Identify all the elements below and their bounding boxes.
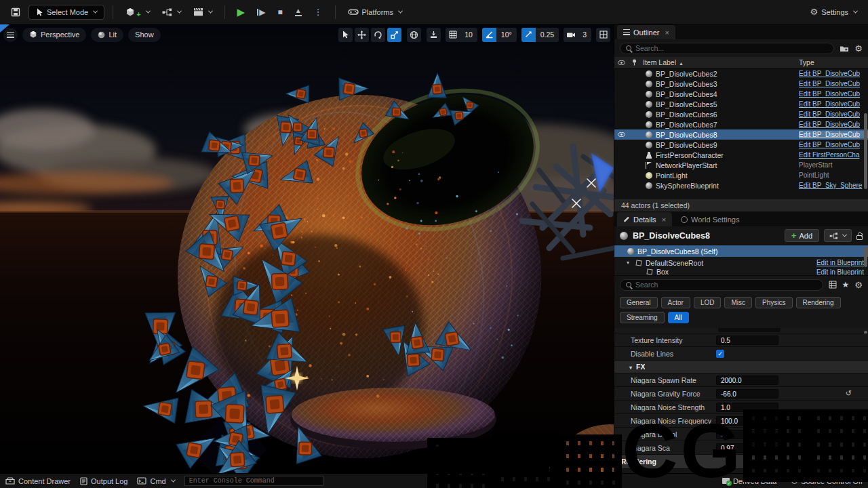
outliner-row[interactable]: BP_DisolveCubes5 Edit BP_DisolveCub [614, 99, 868, 109]
component-row[interactable]: ▾ DefaultSceneRoot Edit in Blueprint [614, 257, 868, 268]
outliner-search-input[interactable] [635, 44, 828, 52]
actor-type[interactable]: Edit BP_DisolveCub [799, 131, 868, 138]
actor-type[interactable]: Edit BP_DisolveCub [799, 70, 868, 77]
actor-type[interactable]: Edit BP_DisolveCub [799, 100, 868, 108]
outliner-row[interactable]: BP_DisolveCubes2 Edit BP_DisolveCub [614, 68, 868, 79]
select-tool-button[interactable] [338, 28, 353, 42]
filter-chip[interactable]: All [668, 312, 689, 323]
item-label-column[interactable]: Item Label▲ [640, 58, 799, 66]
outliner-row[interactable]: BP_DisolveCubes4 Edit BP_DisolveCub [614, 89, 868, 99]
show-dropdown[interactable]: Show [128, 28, 161, 42]
world-space-button[interactable] [407, 28, 421, 42]
actor-type[interactable]: Edit BP_DisolveCub [799, 141, 868, 148]
filter-chip[interactable]: Streaming [620, 312, 665, 323]
details-search-input[interactable] [635, 281, 817, 289]
outliner-row[interactable]: PointLight PointLight [614, 170, 868, 180]
quick-add-dropdown[interactable]: + [121, 3, 153, 21]
outliner-column-header[interactable]: Item Label▲ Type [614, 57, 868, 68]
scale-tool-button[interactable] [387, 28, 401, 42]
derived-data-button[interactable]: Derived Data [722, 477, 776, 485]
property-row[interactable]: Disable Lines ✓ ↺ [614, 347, 868, 361]
property-row[interactable]: Niagara Noise Strength 1.0 ✓ ↺ [614, 401, 868, 414]
outliner-row[interactable]: BP_DisolveCubes6 Edit BP_DisolveCub [614, 109, 868, 119]
lit-dropdown[interactable]: Lit [91, 28, 123, 42]
edit-in-blueprint-link[interactable]: Edit in Blueprint [816, 268, 864, 275]
level-viewport[interactable]: Perspective Lit Show 10 [0, 24, 614, 473]
expand-arrow-icon[interactable]: ▾ [627, 260, 632, 266]
actor-type[interactable]: Edit BP_DisolveCub [799, 80, 868, 87]
actor-type[interactable]: PointLight [799, 171, 868, 179]
property-value-input[interactable]: 100.0 [716, 416, 778, 426]
source-control-button[interactable]: Source Control Off [791, 477, 863, 485]
details-search[interactable] [620, 279, 823, 291]
actor-type[interactable]: PlayerStart [799, 161, 868, 169]
property-row[interactable]: Texture Intensity 0.5 ✓ ↺ [614, 333, 868, 347]
console-command-input[interactable] [189, 477, 319, 485]
cmd-dropdown[interactable]: Cmd [137, 477, 174, 485]
outliner-search[interactable] [620, 43, 834, 54]
reset-to-default-icon[interactable]: ↺ [846, 389, 852, 398]
filter-chip[interactable]: Misc [724, 297, 752, 308]
quad-view-button[interactable] [596, 28, 610, 42]
close-icon[interactable]: × [665, 28, 669, 37]
outliner-row[interactable]: SkySphereBlueprint Edit BP_Sky_Sphere [614, 180, 868, 190]
outliner-scrollbar[interactable] [864, 113, 867, 189]
details-settings-icon[interactable]: ⚙ [854, 281, 863, 289]
tab-outliner[interactable]: Outliner × [617, 25, 675, 39]
platforms-dropdown[interactable]: Platforms [344, 5, 406, 19]
outliner-row[interactable]: BP_DisolveCubes7 Edit BP_DisolveCub [614, 119, 868, 129]
filter-chip[interactable]: Rendering [796, 297, 841, 308]
play-options-button[interactable]: ⋮ [310, 4, 327, 20]
component-tree-scrollbar[interactable] [864, 247, 867, 267]
property-row[interactable]: Niagara Noise Frequency 100.0 ✓ ↺ [614, 414, 868, 428]
cinematics-dropdown[interactable] [189, 5, 216, 19]
blueprints-dropdown[interactable] [158, 5, 185, 19]
property-row[interactable]: Niagara Dissol 0 ✓ ↺ [614, 428, 868, 441]
favorites-icon[interactable]: ★ [842, 280, 850, 289]
property-value-input[interactable]: 2000.0 [716, 375, 778, 385]
tab-details[interactable]: Details × [617, 212, 672, 226]
checkbox[interactable]: ✓ [716, 350, 724, 358]
property-row[interactable]: Rendering ✓ ↺ [614, 455, 868, 469]
filter-chip[interactable]: Physics [755, 297, 792, 308]
filter-chip[interactable]: Actor [661, 297, 690, 308]
blueprint-actions-dropdown[interactable] [824, 229, 852, 242]
edit-in-blueprint-link[interactable]: Edit in Blueprint [816, 259, 864, 266]
outliner-settings-icon[interactable]: ⚙ [854, 44, 863, 53]
outliner-row[interactable]: NetworkPlayerStart PlayerStart [614, 160, 868, 170]
component-row[interactable]: ▾ BP_DisolveCubes8 (Self) [614, 245, 868, 257]
viewport-options-button[interactable] [3, 28, 18, 42]
move-tool-button[interactable] [355, 28, 369, 42]
property-value-input[interactable]: 0 [716, 430, 778, 439]
outliner-row[interactable]: BP_DisolveCubes3 Edit BP_DisolveCub [614, 79, 868, 89]
component-row[interactable]: ▾ Box Edit in Blueprint [614, 268, 868, 275]
actor-type[interactable]: Edit BP_Sky_Sphere [799, 182, 868, 189]
scale-snap-control[interactable]: 0.25 [521, 28, 559, 42]
new-folder-icon[interactable] [840, 45, 849, 52]
console-command-field[interactable] [184, 476, 323, 486]
settings-dropdown[interactable]: ⚙ Settings [806, 5, 861, 19]
outliner-row[interactable]: BP_DisolveCubes8 Edit BP_DisolveCub [614, 129, 868, 140]
display-options-icon[interactable] [829, 281, 837, 289]
eye-icon[interactable] [618, 132, 625, 137]
tab-world-settings[interactable]: World Settings [675, 212, 745, 226]
output-log-button[interactable]: Output Log [80, 477, 127, 485]
outliner-row[interactable]: BP_DisolveCubes9 Edit BP_DisolveCub [614, 140, 868, 150]
surface-snapping-button[interactable] [427, 28, 441, 42]
content-drawer-button[interactable]: Content Drawer [5, 477, 71, 485]
property-row[interactable]: Niagara Sca 0.97 ✓ ↺ [614, 441, 868, 455]
type-column[interactable]: Type [799, 58, 868, 66]
save-button[interactable] [7, 5, 24, 20]
select-mode-dropdown[interactable]: Select Mode [28, 5, 104, 20]
stop-button[interactable]: ■ [273, 5, 286, 19]
property-value-input[interactable]: 0.97 [716, 443, 778, 453]
grid-snap-control[interactable]: 10 [446, 28, 477, 42]
filter-chip[interactable]: General [620, 297, 658, 308]
perspective-dropdown[interactable]: Perspective [22, 28, 86, 42]
rotate-tool-button[interactable] [371, 28, 385, 42]
property-value-input[interactable]: 1.0 [716, 403, 778, 412]
close-icon[interactable]: × [662, 216, 666, 224]
filter-chip[interactable]: LOD [694, 297, 722, 308]
property-row[interactable]: Niagara Spawn Rate 2000.0 ✓ ↺ [614, 373, 868, 387]
actor-type[interactable]: Edit BP_DisolveCub [799, 110, 868, 118]
